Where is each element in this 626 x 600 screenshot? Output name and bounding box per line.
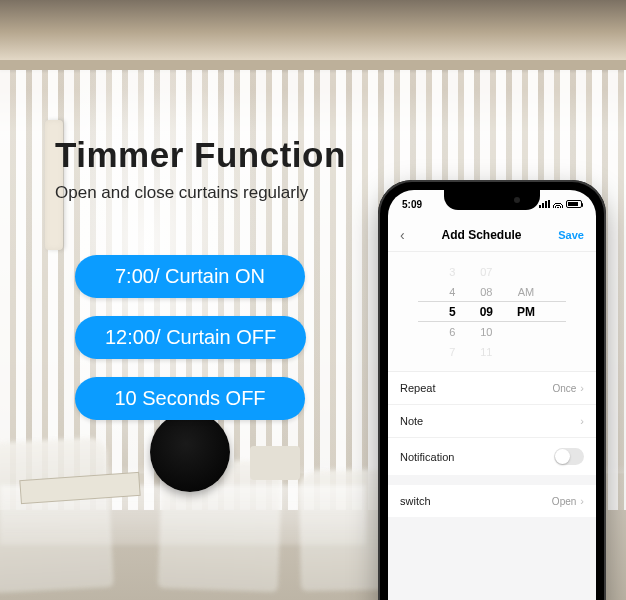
picker-option[interactable]: 6 <box>449 324 455 340</box>
save-button[interactable]: Save <box>558 229 584 241</box>
phone-notch <box>444 190 540 210</box>
round-remote-deco <box>150 412 230 492</box>
row-note[interactable]: Note › <box>388 405 596 438</box>
ceiling-deco <box>0 0 626 64</box>
picker-option[interactable]: 10 <box>480 324 492 340</box>
picker-option-selected[interactable]: PM <box>517 304 535 320</box>
nav-bar: ‹ Add Schedule Save <box>388 218 596 252</box>
picker-period-column[interactable]: AM PM <box>517 264 535 360</box>
row-notification[interactable]: Notification <box>388 438 596 475</box>
row-value: › <box>580 415 584 427</box>
row-switch[interactable]: switch Open › <box>388 485 596 517</box>
picker-option[interactable]: 4 <box>449 284 455 300</box>
row-repeat[interactable]: Repeat Once › <box>388 372 596 405</box>
product-scene: Timmer Function Open and close curtains … <box>0 0 626 600</box>
picker-option-selected[interactable]: 5 <box>449 304 456 320</box>
picker-hour-column[interactable]: 3 4 5 6 7 <box>449 264 456 360</box>
row-value-text: Once <box>552 383 576 394</box>
battery-icon <box>566 200 582 208</box>
settings-list: Repeat Once › Note › Notification <box>388 372 596 600</box>
time-picker[interactable]: 3 4 5 6 7 07 08 09 10 11 AM PM <box>388 252 596 372</box>
row-label: Note <box>400 415 423 427</box>
remote-deco <box>250 446 300 480</box>
row-label: Repeat <box>400 382 435 394</box>
toggle-switch[interactable] <box>554 448 584 465</box>
row-label: switch <box>400 495 431 507</box>
picker-option[interactable]: 7 <box>449 344 455 360</box>
row-label: Notification <box>400 451 454 463</box>
picker-minute-column[interactable]: 07 08 09 10 11 <box>480 264 493 360</box>
headline: Timmer Function Open and close curtains … <box>55 135 346 203</box>
picker-option[interactable]: 07 <box>480 264 492 280</box>
phone-frame: 5:09 ‹ Add Schedule Save 3 4 5 6 7 <box>378 180 606 600</box>
feature-pill: 10 Seconds OFF <box>75 377 305 420</box>
screen-title: Add Schedule <box>441 228 521 242</box>
picker-option[interactable]: 3 <box>449 264 455 280</box>
settings-group: Repeat Once › Note › Notification <box>388 372 596 475</box>
page-title: Timmer Function <box>55 135 346 175</box>
chevron-right-icon: › <box>580 495 584 507</box>
chevron-right-icon: › <box>580 382 584 394</box>
row-value: Once › <box>552 382 584 394</box>
cell-signal-icon <box>539 200 550 208</box>
picker-option[interactable]: 08 <box>480 284 492 300</box>
status-time: 5:09 <box>402 199 422 210</box>
row-value: Open › <box>552 495 584 507</box>
feature-pill: 7:00/ Curtain ON <box>75 255 305 298</box>
row-value-text: Open <box>552 496 576 507</box>
phone-screen: 5:09 ‹ Add Schedule Save 3 4 5 6 7 <box>388 190 596 600</box>
picker-option-selected[interactable]: 09 <box>480 304 493 320</box>
picker-option[interactable]: AM <box>518 284 535 300</box>
page-subtitle: Open and close curtains regularly <box>55 183 346 203</box>
wifi-icon <box>553 200 563 208</box>
back-button[interactable]: ‹ <box>400 227 405 243</box>
chevron-right-icon: › <box>580 415 584 427</box>
picker-option[interactable]: 11 <box>480 344 492 360</box>
settings-group: switch Open › <box>388 485 596 517</box>
feature-pill: 12:00/ Curtain OFF <box>75 316 306 359</box>
feature-pill-list: 7:00/ Curtain ON 12:00/ Curtain OFF 10 S… <box>75 255 306 420</box>
curtain-rail-deco <box>0 60 626 70</box>
status-icons <box>539 200 582 208</box>
